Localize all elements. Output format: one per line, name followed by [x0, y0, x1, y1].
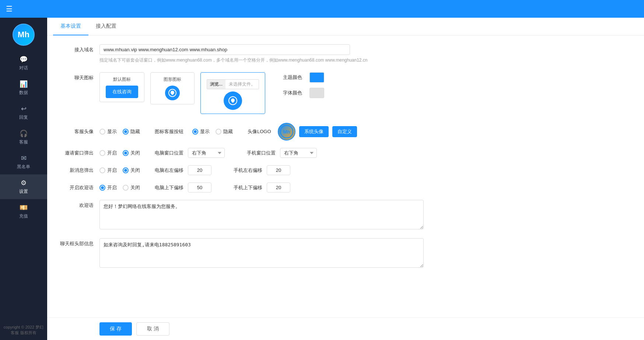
icon-button-label: 图标客服按钮: [155, 128, 183, 135]
pc-tb-offset-input[interactable]: [188, 183, 211, 192]
welcome-text-label: 欢迎语: [59, 200, 99, 209]
invite-close-radio[interactable]: [123, 150, 129, 156]
theme-color-swatch[interactable]: [309, 72, 324, 83]
circle-icon-label: 图形图标: [157, 76, 188, 83]
invite-open-radio[interactable]: [99, 150, 105, 156]
chat-header-control: 如来咨询及时回复,请来电18825891603: [99, 238, 632, 268]
logo-label: 头像LOGO: [248, 128, 271, 135]
new-msg-close-option[interactable]: 关闭: [123, 167, 140, 174]
icon-button-hide-radio[interactable]: [216, 129, 221, 135]
service-icon: 🎧: [20, 129, 28, 138]
sidebar-item-blacklist-label: 黑名单: [17, 164, 30, 170]
reply-icon: ↩: [21, 105, 27, 113]
blacklist-icon: ✉: [21, 154, 27, 162]
pc-lr-offset-input[interactable]: [188, 165, 211, 175]
invite-radio-group: 开启 关闭: [99, 150, 140, 156]
agent-avatar-hide-radio[interactable]: [123, 129, 129, 135]
sidebar-nav: 💬 对话 📊 数据 ↩ 回复 🎧 客服 ✉ 黑名单 ⚙ 设置: [0, 51, 47, 224]
domain-control: 指定域名下可嵌套会话窗口，例如www.menghuan68.com，多个域名用一…: [99, 44, 632, 63]
sidebar-item-recharge[interactable]: 💴 充值: [0, 199, 47, 224]
sidebar-item-blacklist[interactable]: ✉ 黑名单: [0, 150, 47, 174]
agent-avatar-row: 客服头像 显示 隐藏 图标客服按钮 显示: [59, 123, 632, 140]
agent-avatar-show-option[interactable]: 显示: [99, 128, 117, 135]
welcome-text-control: 您好！梦幻网络在线客服为您服务。: [99, 200, 632, 229]
circle-icon-preview: [165, 86, 180, 100]
agent-avatar-label: 客服头像: [59, 128, 99, 135]
sidebar-item-service[interactable]: 🎧 客服: [0, 125, 47, 150]
theme-color-item: 主题颜色: [283, 72, 324, 83]
custom-logo-button[interactable]: 自定义: [332, 126, 357, 137]
welcome-close-option[interactable]: 关闭: [123, 184, 140, 191]
sidebar-item-dialog[interactable]: 💬 对话: [0, 51, 47, 76]
new-msg-open-option[interactable]: 开启: [99, 167, 117, 174]
welcome-text-input[interactable]: 您好！梦幻网络在线客服为您服务。: [99, 200, 424, 229]
welcome-close-radio[interactable]: [123, 185, 129, 191]
invite-popup-row: 邀请窗口弹出 开启 关闭 电脑窗口位置 右下角 手机窗口位置: [59, 148, 632, 158]
pc-tb-offset-label: 电脑上下偏移: [155, 184, 183, 191]
chat-header-label: 聊天框头部信息: [59, 238, 99, 247]
sidebar-item-reply[interactable]: ↩ 回复: [0, 100, 47, 125]
invite-open-option[interactable]: 开启: [99, 150, 117, 156]
welcome-text-row: 欢迎语 您好！梦幻网络在线客服为您服务。: [59, 200, 632, 229]
sidebar-item-data-label: 数据: [19, 90, 28, 96]
form-footer: 保 存 取 消: [47, 318, 644, 340]
data-icon: 📊: [20, 80, 28, 88]
logo: Mh: [10, 21, 37, 48]
sidebar-item-data[interactable]: 📊 数据: [0, 76, 47, 100]
menu-icon[interactable]: ☰: [6, 4, 13, 13]
domain-row: 接入域名 指定域名下可嵌套会话窗口，例如www.menghuan68.com，多…: [59, 44, 632, 63]
agent-avatar-radio-group: 显示 隐藏: [99, 128, 140, 135]
upload-preview-circle: [224, 91, 242, 110]
new-msg-close-radio[interactable]: [123, 167, 129, 173]
domain-hint: 指定域名下可嵌套会话窗口，例如www.menghuan68.com，多个域名用一…: [99, 57, 632, 63]
icon-button-show-radio[interactable]: [192, 129, 198, 135]
icon-button-hide-option[interactable]: 隐藏: [216, 128, 233, 135]
icon-button-show-option[interactable]: 显示: [192, 128, 210, 135]
mobile-window-pos-label: 手机窗口位置: [247, 150, 276, 156]
icon-option-circle[interactable]: 图形图标: [150, 72, 195, 104]
domain-input[interactable]: [99, 44, 350, 55]
new-msg-open-radio[interactable]: [99, 167, 105, 173]
upload-box: 浏览... 未选择文件。: [207, 79, 259, 110]
welcome-open-option[interactable]: 开启: [99, 184, 117, 191]
new-msg-popup-label: 新消息弹出: [59, 167, 99, 174]
tab-basic[interactable]: 基本设置: [53, 18, 88, 35]
sidebar-item-recharge-label: 充值: [19, 213, 28, 219]
default-icon-btn[interactable]: 在线咨询: [106, 86, 138, 98]
mobile-window-pos-select[interactable]: 右下角: [280, 148, 317, 158]
chat-header-input[interactable]: 如来咨询及时回复,请来电18825891603: [99, 238, 424, 268]
pc-window-pos-label: 电脑窗口位置: [155, 150, 183, 156]
agent-avatar-show-radio[interactable]: [99, 129, 105, 135]
form-content: 接入域名 指定域名下可嵌套会话窗口，例如www.menghuan68.com，多…: [47, 35, 644, 318]
invite-close-option[interactable]: 关闭: [123, 150, 140, 156]
save-button[interactable]: 保 存: [99, 322, 132, 336]
tabs-bar: 基本设置 接入配置: [47, 18, 644, 35]
sidebar-item-settings[interactable]: ⚙ 设置: [0, 174, 47, 199]
copyright: copyright © 2022 梦幻客服 版权所有: [0, 320, 47, 340]
welcome-open-radio[interactable]: [99, 185, 105, 191]
mobile-tb-offset-input[interactable]: [267, 183, 290, 192]
icon-option-default[interactable]: 默认图标 在线咨询: [99, 72, 144, 102]
welcome-enable-label: 开启欢迎语: [59, 184, 99, 191]
agent-avatar-hide-option[interactable]: 隐藏: [123, 128, 140, 135]
tab-access[interactable]: 接入配置: [88, 18, 124, 35]
logo-display: Mh: [278, 123, 295, 140]
chat-icon-label: 聊天图标: [59, 72, 99, 81]
new-msg-popup-row: 新消息弹出 开启 关闭 电脑右左偏移 手机左右偏移: [59, 165, 632, 175]
sidebar-item-dialog-label: 对话: [19, 65, 28, 71]
font-color-item: 字体颜色: [283, 88, 324, 98]
mobile-lr-offset-input[interactable]: [267, 165, 290, 175]
welcome-radio-group: 开启 关闭: [99, 184, 140, 191]
font-color-swatch[interactable]: [309, 88, 324, 98]
recharge-icon: 💴: [20, 204, 28, 212]
system-logo-button[interactable]: 系统头像: [299, 126, 329, 137]
font-color-label: 字体颜色: [283, 90, 305, 96]
sidebar-item-settings-label: 设置: [19, 188, 28, 195]
browse-button[interactable]: 浏览...: [207, 80, 225, 89]
svg-text:Mh: Mh: [283, 129, 290, 135]
icon-option-upload[interactable]: 浏览... 未选择文件。: [200, 72, 265, 114]
cancel-button[interactable]: 取 消: [136, 322, 169, 336]
settings-icon: ⚙: [21, 179, 27, 187]
chat-icon-control: 默认图标 在线咨询 图形图标: [99, 72, 632, 114]
pc-window-pos-select[interactable]: 右下角: [188, 148, 225, 158]
